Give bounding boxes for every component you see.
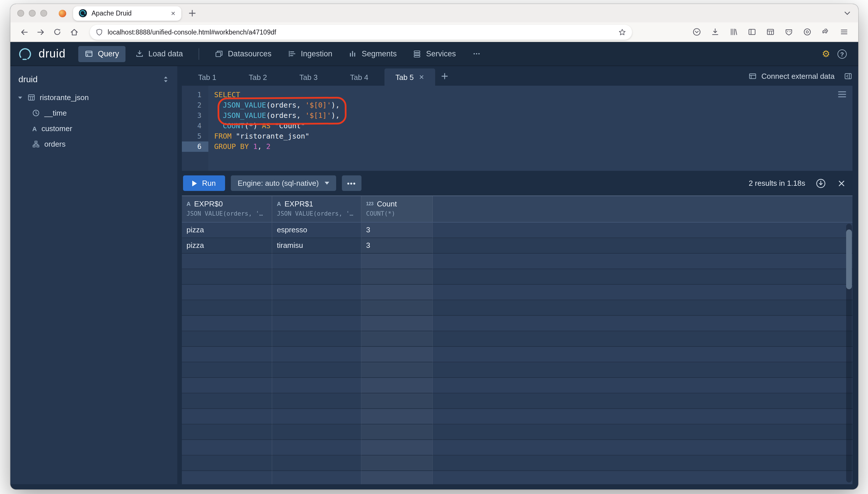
result-cell[interactable]: 3	[361, 223, 433, 238]
sql-editor[interactable]: 123456 SELECT JSON_VALUE(orders, '$[0]')…	[182, 86, 852, 171]
help-button[interactable]: ?	[834, 46, 850, 62]
tree-item-time-column[interactable]: __time	[11, 105, 177, 121]
datasources-icon	[215, 50, 223, 58]
save-to-pocket-button[interactable]	[690, 25, 703, 39]
line-number: 5	[182, 131, 209, 141]
workbench-tab-label: Tab 4	[350, 73, 368, 81]
tree-item-label: customer	[41, 124, 72, 133]
connect-external-data-button[interactable]: Connect external data	[748, 72, 835, 80]
tree-item-datasource[interactable]: ristorante_json	[11, 90, 177, 105]
result-cell	[433, 253, 852, 269]
menu-button[interactable]	[837, 25, 850, 39]
nav-label: Segments	[362, 50, 397, 58]
result-row[interactable]: pizzaespresso3	[182, 223, 852, 238]
toggle-right-panel-button[interactable]	[844, 72, 852, 80]
result-cell[interactable]: pizza	[182, 238, 272, 253]
home-button[interactable]	[66, 25, 82, 39]
schema-selector[interactable]: druid	[11, 72, 177, 90]
segments-icon	[348, 50, 357, 58]
result-cell[interactable]: espresso	[272, 223, 361, 238]
workbench-tab[interactable]: Tab 4	[334, 69, 384, 86]
reload-button[interactable]	[50, 25, 65, 39]
sidebars-button[interactable]	[745, 25, 758, 39]
line-number: 1	[182, 90, 209, 100]
download-results-button[interactable]	[816, 178, 826, 188]
column-header-count[interactable]: 123 Count COUNT(*)	[361, 196, 433, 223]
empty-row	[182, 331, 852, 347]
tree-item-label: orders	[44, 140, 66, 148]
back-button[interactable]	[16, 25, 32, 39]
add-tab-button[interactable]	[441, 72, 448, 80]
result-cell	[182, 269, 272, 285]
workbench-tab[interactable]: Tab 5✕	[384, 69, 435, 86]
column-header-expr0[interactable]: A EXPR$0 JSON_VALUE(orders, '…	[182, 196, 272, 223]
result-cell	[361, 393, 433, 409]
run-button[interactable]: Run	[183, 175, 225, 191]
workbench-tab[interactable]: Tab 1	[182, 69, 233, 86]
close-results-button[interactable]	[837, 179, 846, 187]
engine-select[interactable]: Engine: auto (sql-native)	[231, 175, 336, 191]
nav-services-button[interactable]: Services	[406, 46, 462, 62]
result-cell	[272, 378, 361, 393]
caret-down-icon[interactable]	[17, 95, 23, 100]
more-options-button[interactable]: •••	[342, 175, 361, 191]
editor-code[interactable]: SELECT JSON_VALUE(orders, '$[0]'), JSON_…	[209, 86, 852, 171]
brand[interactable]: druid	[18, 47, 66, 61]
tree-item-orders-column[interactable]: orders	[11, 136, 177, 152]
result-cell	[361, 362, 433, 378]
result-cell	[433, 331, 852, 347]
close-tab-icon[interactable]: ✕	[171, 10, 176, 16]
result-cell	[361, 378, 433, 393]
privacy-mask-button[interactable]	[782, 25, 795, 39]
result-cell	[361, 316, 433, 331]
result-cell	[182, 409, 272, 424]
list-tabs-chevron-icon[interactable]	[843, 9, 851, 17]
result-cell[interactable]: 3	[361, 238, 433, 253]
result-cell	[272, 300, 361, 316]
result-cell[interactable]: tiramisu	[272, 238, 361, 253]
nav-query-button[interactable]: Query	[78, 46, 126, 62]
firefox-profile-icon[interactable]	[59, 10, 66, 17]
result-cell	[272, 285, 361, 300]
workbench-tab[interactable]: Tab 2	[233, 69, 283, 86]
bookmark-star-icon[interactable]	[618, 28, 626, 36]
tracking-protection-shield-icon[interactable]	[95, 28, 103, 36]
panels-grid-button[interactable]	[764, 25, 777, 39]
downloads-button[interactable]	[708, 25, 721, 39]
empty-row	[182, 362, 852, 378]
scrollbar-thumb[interactable]	[846, 229, 852, 289]
result-row[interactable]: pizzatiramisu3	[182, 238, 852, 253]
results-header: A EXPR$0 JSON_VALUE(orders, '… A EXPR$1 …	[182, 196, 852, 223]
browser-tab[interactable]: Apache Druid ✕	[73, 6, 181, 20]
nav-datasources-button[interactable]: Datasources	[209, 46, 278, 62]
result-cell	[433, 409, 852, 424]
new-tab-button[interactable]	[188, 9, 196, 17]
url-bar[interactable]: localhost:8888/unified-console.html#work…	[90, 24, 632, 39]
permissions-button[interactable]	[801, 25, 813, 39]
tree-item-customer-column[interactable]: A customer	[11, 121, 177, 136]
close-tab-icon[interactable]: ✕	[419, 73, 424, 81]
url-text[interactable]: localhost:8888/unified-console.html#work…	[108, 28, 614, 35]
tree-item-label: ristorante_json	[40, 93, 89, 102]
result-cell[interactable]: pizza	[182, 223, 272, 238]
nav-segments-button[interactable]: Segments	[342, 46, 403, 62]
library-button[interactable]	[727, 25, 740, 39]
traffic-light-minimize[interactable]	[29, 10, 36, 17]
traffic-light-zoom[interactable]	[40, 10, 47, 17]
nav-load-data-button[interactable]: Load data	[129, 46, 189, 62]
line-number: 6	[182, 141, 209, 152]
forward-button[interactable]	[33, 25, 48, 39]
traffic-light-close[interactable]	[17, 10, 24, 17]
editor-menu-icon[interactable]	[837, 90, 847, 98]
extensions-button[interactable]	[819, 25, 832, 39]
nav-more-button[interactable]	[466, 46, 488, 62]
result-cell	[272, 424, 361, 440]
column-header-expr1[interactable]: A EXPR$1 JSON_VALUE(orders, '…	[272, 196, 361, 223]
nav-ingestion-button[interactable]: Ingestion	[281, 46, 339, 62]
result-cell	[433, 424, 852, 440]
settings-gear-button[interactable]: ⚙	[818, 46, 834, 62]
result-cell	[182, 362, 272, 378]
empty-row	[182, 455, 852, 471]
double-caret-sort-icon[interactable]	[162, 75, 169, 83]
workbench-tab[interactable]: Tab 3	[283, 69, 334, 86]
